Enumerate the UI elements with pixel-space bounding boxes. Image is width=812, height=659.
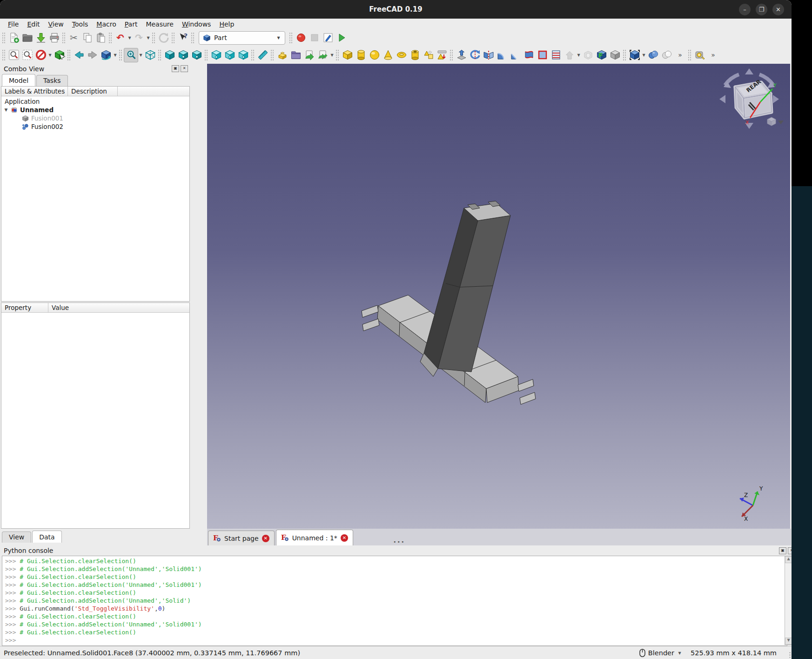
menu-view[interactable]: View (44, 20, 68, 28)
measure-distance-icon[interactable] (256, 48, 269, 62)
save-icon[interactable] (34, 31, 47, 45)
view-front-icon[interactable] (163, 48, 176, 62)
create-group-icon[interactable] (289, 48, 302, 62)
tab-view[interactable]: View (2, 531, 31, 543)
undo-icon[interactable]: ↶ (114, 31, 127, 45)
close-tab-icon[interactable]: ✕ (341, 534, 348, 542)
box-element-selection-icon[interactable] (53, 48, 66, 62)
macro-edit-icon[interactable] (321, 31, 335, 45)
ruled-surface-icon[interactable] (522, 48, 536, 62)
macro-stop-icon[interactable] (308, 31, 321, 45)
measure-linear-icon[interactable] (693, 48, 706, 62)
macro-record-icon[interactable] (294, 31, 308, 45)
draw-style-icon[interactable] (34, 48, 47, 62)
open-icon[interactable] (20, 31, 34, 45)
convert-to-solid-icon[interactable] (608, 48, 622, 62)
cross-sections-icon[interactable] (549, 48, 563, 62)
refresh-icon[interactable] (157, 31, 170, 45)
isometric-view-icon[interactable] (99, 48, 113, 62)
toolbar-overflow-icon[interactable]: » (673, 48, 687, 62)
tree-row[interactable]: Fusion001 (1, 114, 189, 122)
refine-shape-icon[interactable]: F (595, 48, 608, 62)
tab-tasks[interactable]: Tasks (36, 75, 68, 86)
toolbar-overflow-icon[interactable]: » (706, 48, 720, 62)
navigation-cube[interactable]: REAR Y X (712, 66, 786, 135)
tab-data[interactable]: Data (32, 531, 61, 543)
extrude-icon[interactable] (455, 48, 468, 62)
tree-row[interactable]: ▼ Unnamed (1, 106, 189, 114)
make-sublink-icon[interactable] (316, 48, 329, 62)
chevron-down-icon[interactable]: ▼ (146, 36, 151, 40)
expander-icon[interactable]: ▼ (4, 108, 8, 112)
mirror-icon[interactable] (482, 48, 495, 62)
primitives-dialog-icon[interactable] (435, 48, 449, 62)
view-right-icon[interactable] (190, 48, 203, 62)
compound-icon[interactable] (628, 48, 641, 62)
macro-execute-icon[interactable] (335, 31, 348, 45)
nav-forward-icon[interactable] (86, 48, 99, 62)
torus-primitive-icon[interactable] (395, 48, 408, 62)
boolean-intersection-icon[interactable] (660, 48, 673, 62)
nav-style-selector[interactable]: Blender ▼ (639, 649, 682, 657)
workbench-selector[interactable]: Part ▼ (199, 31, 285, 45)
chevron-down-icon[interactable]: ▼ (113, 53, 118, 57)
fillet-icon[interactable] (495, 48, 509, 62)
chevron-down-icon[interactable]: ▼ (641, 53, 646, 57)
paste-icon[interactable] (94, 31, 107, 45)
chevron-down-icon[interactable]: ▼ (138, 53, 143, 57)
menu-file[interactable]: File (4, 20, 23, 28)
box-primitive-icon[interactable] (341, 48, 354, 62)
panel-float-icon[interactable]: ▣ (779, 547, 786, 554)
3d-model[interactable] (207, 64, 790, 529)
tree-header-labels[interactable]: Labels & Attributes (1, 87, 68, 96)
3d-viewport[interactable]: REAR Y X (207, 64, 790, 529)
view-top-icon[interactable] (176, 48, 190, 62)
close-button[interactable]: ✕ (772, 4, 784, 15)
zoom-icon[interactable] (124, 48, 138, 62)
tree-row[interactable]: Fusion002 (1, 122, 189, 131)
create-part-icon[interactable] (275, 48, 289, 62)
menu-macro[interactable]: Macro (92, 20, 120, 28)
chevron-down-icon[interactable]: ▼ (47, 53, 53, 57)
new-document-icon[interactable] (7, 31, 20, 45)
chevron-down-icon[interactable]: ▼ (329, 53, 335, 57)
home-view-icon[interactable] (143, 48, 157, 62)
close-tab-icon[interactable]: ✕ (262, 535, 269, 542)
menu-part[interactable]: Part (121, 20, 142, 28)
tube-primitive-icon[interactable] (408, 48, 422, 62)
menu-windows[interactable]: Windows (178, 20, 215, 28)
view-rear-icon[interactable] (209, 48, 223, 62)
tab-unnamed-document[interactable]: F Unnamed : 1* ✕ (276, 530, 353, 545)
revolve-icon[interactable] (468, 48, 482, 62)
make-face-icon[interactable] (536, 48, 549, 62)
cone-primitive-icon[interactable] (381, 48, 395, 62)
cut-icon[interactable]: ✂ (67, 31, 81, 45)
cylinder-primitive-icon[interactable] (354, 48, 368, 62)
menu-help[interactable]: Help (215, 20, 238, 28)
panel-close-icon[interactable]: ✕ (181, 65, 188, 72)
view-left-icon[interactable] (236, 48, 250, 62)
maximize-button[interactable]: ❐ (756, 4, 767, 15)
panel-float-icon[interactable]: ▣ (172, 65, 179, 72)
value-header[interactable]: Value (48, 303, 189, 312)
whats-this-icon[interactable]: ? (176, 31, 190, 45)
menu-edit[interactable]: Edit (23, 20, 44, 28)
tab-model[interactable]: Model (2, 74, 35, 86)
tab-start-page[interactable]: F Start page ✕ (208, 531, 275, 545)
property-header[interactable]: Property (1, 303, 48, 312)
nav-back-icon[interactable] (72, 48, 86, 62)
fit-selection-icon[interactable] (20, 48, 34, 62)
shapebuilder-icon[interactable] (422, 48, 435, 62)
print-icon[interactable] (47, 31, 61, 45)
sphere-primitive-icon[interactable] (368, 48, 381, 62)
thickness-icon[interactable] (581, 48, 595, 62)
minimize-button[interactable]: – (739, 4, 751, 15)
offset-3d-icon[interactable] (563, 48, 576, 62)
menu-measure[interactable]: Measure (141, 20, 178, 28)
chevron-down-icon[interactable]: ▼ (576, 53, 581, 57)
python-console[interactable]: >>> # Gui.Selection.clearSelection()>>> … (2, 556, 787, 646)
tree-root-application[interactable]: Application (5, 98, 40, 105)
chamfer-icon[interactable] (509, 48, 522, 62)
fit-all-icon[interactable] (7, 48, 20, 62)
boolean-union-icon[interactable] (646, 48, 660, 62)
